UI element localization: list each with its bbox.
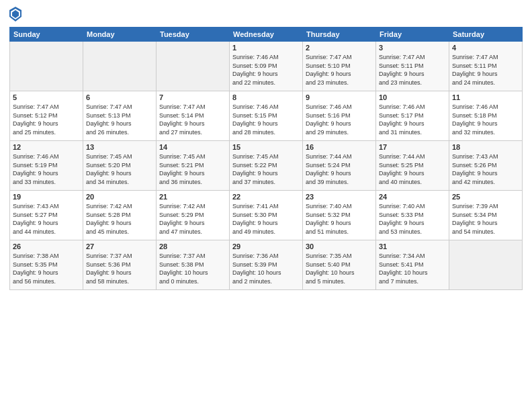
day-info: Sunrise: 7:47 AM Sunset: 5:12 PM Dayligh… <box>13 103 80 136</box>
calendar-cell: 14Sunrise: 7:45 AM Sunset: 5:21 PM Dayli… <box>157 141 230 191</box>
day-number: 24 <box>379 193 446 201</box>
day-info: Sunrise: 7:42 AM Sunset: 5:29 PM Dayligh… <box>159 202 226 236</box>
day-info: Sunrise: 7:46 AM Sunset: 5:09 PM Dayligh… <box>232 53 300 87</box>
calendar-cell <box>157 42 230 91</box>
day-info: Sunrise: 7:42 AM Sunset: 5:28 PM Dayligh… <box>86 202 153 236</box>
page: SundayMondayTuesdayWednesdayThursdayFrid… <box>0 0 532 411</box>
day-number: 29 <box>232 242 300 250</box>
day-info: Sunrise: 7:41 AM Sunset: 5:30 PM Dayligh… <box>232 202 300 236</box>
day-info: Sunrise: 7:37 AM Sunset: 5:36 PM Dayligh… <box>86 252 153 285</box>
day-number: 17 <box>379 143 446 151</box>
calendar-cell: 27Sunrise: 7:37 AM Sunset: 5:36 PM Dayli… <box>83 240 157 290</box>
calendar-cell: 24Sunrise: 7:40 AM Sunset: 5:33 PM Dayli… <box>376 191 449 240</box>
day-info: Sunrise: 7:46 AM Sunset: 5:18 PM Dayligh… <box>452 103 519 136</box>
day-number: 27 <box>86 242 153 250</box>
day-info: Sunrise: 7:36 AM Sunset: 5:39 PM Dayligh… <box>232 252 300 285</box>
day-info: Sunrise: 7:43 AM Sunset: 5:26 PM Dayligh… <box>452 152 519 186</box>
calendar-cell: 22Sunrise: 7:41 AM Sunset: 5:30 PM Dayli… <box>230 191 303 240</box>
week-row-1: 5Sunrise: 7:47 AM Sunset: 5:12 PM Daylig… <box>10 91 523 141</box>
day-info: Sunrise: 7:45 AM Sunset: 5:20 PM Dayligh… <box>86 152 153 186</box>
day-number: 20 <box>86 193 153 201</box>
calendar-cell: 21Sunrise: 7:42 AM Sunset: 5:29 PM Dayli… <box>157 191 230 240</box>
day-info: Sunrise: 7:39 AM Sunset: 5:34 PM Dayligh… <box>452 202 519 236</box>
calendar-cell <box>10 42 83 91</box>
calendar-cell: 16Sunrise: 7:44 AM Sunset: 5:24 PM Dayli… <box>303 141 376 191</box>
day-number: 19 <box>13 193 80 201</box>
calendar-cell: 6Sunrise: 7:47 AM Sunset: 5:13 PM Daylig… <box>83 91 157 141</box>
day-info: Sunrise: 7:45 AM Sunset: 5:21 PM Dayligh… <box>159 152 226 186</box>
weekday-header-wednesday: Wednesday <box>230 28 303 42</box>
day-info: Sunrise: 7:44 AM Sunset: 5:25 PM Dayligh… <box>379 152 446 186</box>
calendar-cell: 17Sunrise: 7:44 AM Sunset: 5:25 PM Dayli… <box>376 141 449 191</box>
calendar-cell: 3Sunrise: 7:47 AM Sunset: 5:11 PM Daylig… <box>376 42 449 91</box>
day-number: 21 <box>159 193 226 201</box>
day-info: Sunrise: 7:34 AM Sunset: 5:41 PM Dayligh… <box>379 252 446 285</box>
weekday-header-tuesday: Tuesday <box>157 28 230 42</box>
week-row-0: 1Sunrise: 7:46 AM Sunset: 5:09 PM Daylig… <box>10 42 523 91</box>
day-info: Sunrise: 7:47 AM Sunset: 5:14 PM Dayligh… <box>159 103 226 136</box>
calendar-cell: 7Sunrise: 7:47 AM Sunset: 5:14 PM Daylig… <box>157 91 230 141</box>
day-info: Sunrise: 7:47 AM Sunset: 5:11 PM Dayligh… <box>379 53 446 87</box>
day-info: Sunrise: 7:46 AM Sunset: 5:19 PM Dayligh… <box>13 152 80 186</box>
day-number: 5 <box>13 93 80 101</box>
day-info: Sunrise: 7:46 AM Sunset: 5:17 PM Dayligh… <box>379 103 446 136</box>
day-number: 7 <box>159 93 226 101</box>
header <box>9 7 523 21</box>
calendar: SundayMondayTuesdayWednesdayThursdayFrid… <box>9 27 523 290</box>
calendar-cell: 19Sunrise: 7:43 AM Sunset: 5:27 PM Dayli… <box>10 191 83 240</box>
calendar-cell: 13Sunrise: 7:45 AM Sunset: 5:20 PM Dayli… <box>83 141 157 191</box>
day-info: Sunrise: 7:44 AM Sunset: 5:24 PM Dayligh… <box>306 152 373 186</box>
day-number: 6 <box>86 93 153 101</box>
day-number: 14 <box>159 143 226 151</box>
calendar-cell: 29Sunrise: 7:36 AM Sunset: 5:39 PM Dayli… <box>230 240 303 290</box>
weekday-header-row: SundayMondayTuesdayWednesdayThursdayFrid… <box>10 28 523 42</box>
day-number: 11 <box>452 93 519 101</box>
day-info: Sunrise: 7:47 AM Sunset: 5:10 PM Dayligh… <box>306 53 373 87</box>
weekday-header-friday: Friday <box>376 28 449 42</box>
day-info: Sunrise: 7:46 AM Sunset: 5:15 PM Dayligh… <box>232 103 300 136</box>
calendar-cell: 5Sunrise: 7:47 AM Sunset: 5:12 PM Daylig… <box>10 91 83 141</box>
week-row-4: 26Sunrise: 7:38 AM Sunset: 5:35 PM Dayli… <box>10 240 523 290</box>
calendar-cell: 12Sunrise: 7:46 AM Sunset: 5:19 PM Dayli… <box>10 141 83 191</box>
weekday-header-saturday: Saturday <box>449 28 523 42</box>
weekday-header-sunday: Sunday <box>10 28 83 42</box>
day-number: 4 <box>452 44 519 52</box>
day-number: 22 <box>232 193 300 201</box>
day-number: 28 <box>159 242 226 250</box>
day-number: 30 <box>306 242 373 250</box>
generalblue-logo-icon <box>9 7 21 21</box>
day-info: Sunrise: 7:40 AM Sunset: 5:32 PM Dayligh… <box>306 202 373 236</box>
day-number: 31 <box>379 242 446 250</box>
day-info: Sunrise: 7:46 AM Sunset: 5:16 PM Dayligh… <box>306 103 373 136</box>
calendar-cell: 26Sunrise: 7:38 AM Sunset: 5:35 PM Dayli… <box>10 240 83 290</box>
calendar-cell: 23Sunrise: 7:40 AM Sunset: 5:32 PM Dayli… <box>303 191 376 240</box>
calendar-cell: 15Sunrise: 7:45 AM Sunset: 5:22 PM Dayli… <box>230 141 303 191</box>
calendar-cell: 25Sunrise: 7:39 AM Sunset: 5:34 PM Dayli… <box>449 191 523 240</box>
day-number: 25 <box>452 193 519 201</box>
day-number: 23 <box>306 193 373 201</box>
calendar-cell: 18Sunrise: 7:43 AM Sunset: 5:26 PM Dayli… <box>449 141 523 191</box>
day-number: 12 <box>13 143 80 151</box>
calendar-cell: 4Sunrise: 7:47 AM Sunset: 5:11 PM Daylig… <box>449 42 523 91</box>
day-number: 10 <box>379 93 446 101</box>
day-number: 9 <box>306 93 373 101</box>
calendar-cell: 31Sunrise: 7:34 AM Sunset: 5:41 PM Dayli… <box>376 240 449 290</box>
day-info: Sunrise: 7:37 AM Sunset: 5:38 PM Dayligh… <box>159 252 226 285</box>
day-number: 26 <box>13 242 80 250</box>
week-row-2: 12Sunrise: 7:46 AM Sunset: 5:19 PM Dayli… <box>10 141 523 191</box>
day-number: 16 <box>306 143 373 151</box>
calendar-cell: 10Sunrise: 7:46 AM Sunset: 5:17 PM Dayli… <box>376 91 449 141</box>
calendar-cell <box>449 240 523 290</box>
calendar-cell: 2Sunrise: 7:47 AM Sunset: 5:10 PM Daylig… <box>303 42 376 91</box>
day-info: Sunrise: 7:47 AM Sunset: 5:11 PM Dayligh… <box>452 53 519 87</box>
day-info: Sunrise: 7:45 AM Sunset: 5:22 PM Dayligh… <box>232 152 300 186</box>
day-number: 8 <box>232 93 300 101</box>
day-info: Sunrise: 7:43 AM Sunset: 5:27 PM Dayligh… <box>13 202 80 236</box>
calendar-cell: 30Sunrise: 7:35 AM Sunset: 5:40 PM Dayli… <box>303 240 376 290</box>
calendar-cell: 28Sunrise: 7:37 AM Sunset: 5:38 PM Dayli… <box>157 240 230 290</box>
day-number: 3 <box>379 44 446 52</box>
calendar-cell: 1Sunrise: 7:46 AM Sunset: 5:09 PM Daylig… <box>230 42 303 91</box>
day-number: 13 <box>86 143 153 151</box>
day-info: Sunrise: 7:47 AM Sunset: 5:13 PM Dayligh… <box>86 103 153 136</box>
calendar-cell: 20Sunrise: 7:42 AM Sunset: 5:28 PM Dayli… <box>83 191 157 240</box>
